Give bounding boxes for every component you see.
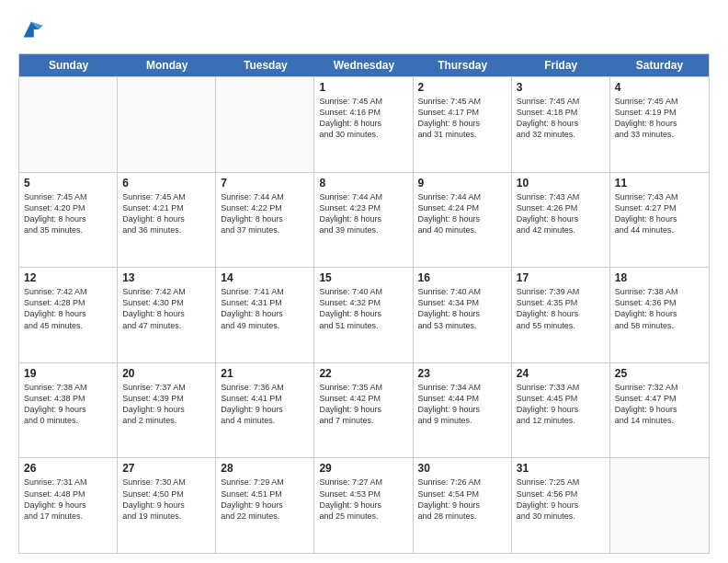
day-number: 7	[221, 177, 309, 190]
day-number: 18	[615, 271, 704, 284]
calendar-header: SundayMondayTuesdayWednesdayThursdayFrid…	[19, 54, 709, 76]
cell-info: Sunrise: 7:32 AM Sunset: 4:47 PM Dayligh…	[615, 382, 704, 427]
weekday-header: Saturday	[610, 54, 709, 76]
cell-info: Sunrise: 7:44 AM Sunset: 4:22 PM Dayligh…	[221, 191, 309, 236]
day-number: 31	[517, 462, 605, 475]
calendar-cell: 12Sunrise: 7:42 AM Sunset: 4:28 PM Dayli…	[19, 268, 118, 362]
calendar-cell: 22Sunrise: 7:35 AM Sunset: 4:42 PM Dayli…	[314, 363, 413, 458]
day-number: 4	[615, 81, 704, 94]
day-number: 13	[122, 271, 210, 284]
day-number: 10	[517, 177, 605, 190]
cell-info: Sunrise: 7:27 AM Sunset: 4:53 PM Dayligh…	[319, 477, 407, 522]
weekday-header: Sunday	[19, 54, 118, 76]
cell-info: Sunrise: 7:40 AM Sunset: 4:32 PM Dayligh…	[319, 286, 407, 331]
day-number: 30	[418, 462, 506, 475]
day-number: 23	[418, 367, 506, 380]
cell-info: Sunrise: 7:35 AM Sunset: 4:42 PM Dayligh…	[319, 382, 407, 427]
day-number: 6	[122, 177, 210, 190]
day-number: 28	[221, 462, 309, 475]
calendar-row: 26Sunrise: 7:31 AM Sunset: 4:48 PM Dayli…	[19, 457, 709, 553]
day-number: 5	[24, 177, 112, 190]
day-number: 12	[24, 271, 112, 284]
calendar-cell: 21Sunrise: 7:36 AM Sunset: 4:41 PM Dayli…	[216, 363, 314, 458]
calendar-row: 12Sunrise: 7:42 AM Sunset: 4:28 PM Dayli…	[19, 267, 709, 362]
calendar-body: 1Sunrise: 7:45 AM Sunset: 4:16 PM Daylig…	[19, 76, 709, 553]
day-number: 11	[615, 177, 704, 190]
calendar-cell: 10Sunrise: 7:43 AM Sunset: 4:26 PM Dayli…	[512, 173, 610, 268]
calendar-row: 1Sunrise: 7:45 AM Sunset: 4:16 PM Daylig…	[19, 76, 709, 172]
header	[18, 17, 710, 44]
day-number: 8	[319, 177, 407, 190]
cell-info: Sunrise: 7:31 AM Sunset: 4:48 PM Dayligh…	[24, 477, 112, 522]
cell-info: Sunrise: 7:45 AM Sunset: 4:16 PM Dayligh…	[319, 96, 407, 141]
calendar-cell: 30Sunrise: 7:26 AM Sunset: 4:54 PM Dayli…	[414, 458, 512, 553]
calendar-cell: 9Sunrise: 7:44 AM Sunset: 4:24 PM Daylig…	[414, 173, 512, 268]
calendar-cell: 16Sunrise: 7:40 AM Sunset: 4:34 PM Dayli…	[414, 268, 512, 362]
calendar-cell: 1Sunrise: 7:45 AM Sunset: 4:16 PM Daylig…	[314, 77, 413, 172]
logo-icon	[18, 17, 44, 42]
calendar-cell: 25Sunrise: 7:32 AM Sunset: 4:47 PM Dayli…	[610, 363, 709, 458]
cell-info: Sunrise: 7:44 AM Sunset: 4:24 PM Dayligh…	[418, 191, 506, 236]
weekday-header: Wednesday	[314, 54, 413, 76]
calendar-cell: 15Sunrise: 7:40 AM Sunset: 4:32 PM Dayli…	[314, 268, 413, 362]
logo	[18, 17, 44, 44]
calendar-cell: 14Sunrise: 7:41 AM Sunset: 4:31 PM Dayli…	[216, 268, 314, 362]
calendar-cell: 3Sunrise: 7:45 AM Sunset: 4:18 PM Daylig…	[512, 77, 610, 172]
weekday-header: Thursday	[414, 54, 512, 76]
day-number: 17	[517, 271, 605, 284]
calendar-cell: 31Sunrise: 7:25 AM Sunset: 4:56 PM Dayli…	[512, 458, 610, 553]
calendar-cell: 13Sunrise: 7:42 AM Sunset: 4:30 PM Dayli…	[118, 268, 216, 362]
calendar-cell	[118, 77, 216, 172]
cell-info: Sunrise: 7:36 AM Sunset: 4:41 PM Dayligh…	[221, 382, 309, 427]
cell-info: Sunrise: 7:44 AM Sunset: 4:23 PM Dayligh…	[319, 191, 407, 236]
calendar-cell: 6Sunrise: 7:45 AM Sunset: 4:21 PM Daylig…	[118, 173, 216, 268]
calendar-cell: 29Sunrise: 7:27 AM Sunset: 4:53 PM Dayli…	[314, 458, 413, 553]
calendar-cell: 8Sunrise: 7:44 AM Sunset: 4:23 PM Daylig…	[314, 173, 413, 268]
calendar-cell: 11Sunrise: 7:43 AM Sunset: 4:27 PM Dayli…	[610, 173, 709, 268]
calendar: SundayMondayTuesdayWednesdayThursdayFrid…	[18, 53, 710, 554]
day-number: 20	[122, 367, 210, 380]
calendar-cell: 18Sunrise: 7:38 AM Sunset: 4:36 PM Dayli…	[610, 268, 709, 362]
calendar-cell: 27Sunrise: 7:30 AM Sunset: 4:50 PM Dayli…	[118, 458, 216, 553]
cell-info: Sunrise: 7:34 AM Sunset: 4:44 PM Dayligh…	[418, 382, 506, 427]
calendar-cell: 17Sunrise: 7:39 AM Sunset: 4:35 PM Dayli…	[512, 268, 610, 362]
calendar-cell: 2Sunrise: 7:45 AM Sunset: 4:17 PM Daylig…	[414, 77, 512, 172]
day-number: 3	[517, 81, 605, 94]
cell-info: Sunrise: 7:45 AM Sunset: 4:20 PM Dayligh…	[24, 191, 112, 236]
calendar-cell: 19Sunrise: 7:38 AM Sunset: 4:38 PM Dayli…	[19, 363, 118, 458]
weekday-header: Monday	[118, 54, 216, 76]
day-number: 25	[615, 367, 704, 380]
weekday-header: Tuesday	[216, 54, 314, 76]
cell-info: Sunrise: 7:43 AM Sunset: 4:26 PM Dayligh…	[517, 191, 605, 236]
calendar-cell: 24Sunrise: 7:33 AM Sunset: 4:45 PM Dayli…	[512, 363, 610, 458]
day-number: 14	[221, 271, 309, 284]
cell-info: Sunrise: 7:30 AM Sunset: 4:50 PM Dayligh…	[122, 477, 210, 522]
calendar-cell: 28Sunrise: 7:29 AM Sunset: 4:51 PM Dayli…	[216, 458, 314, 553]
day-number: 16	[418, 271, 506, 284]
day-number: 26	[24, 462, 112, 475]
cell-info: Sunrise: 7:45 AM Sunset: 4:19 PM Dayligh…	[615, 96, 704, 141]
cell-info: Sunrise: 7:29 AM Sunset: 4:51 PM Dayligh…	[221, 477, 309, 522]
cell-info: Sunrise: 7:45 AM Sunset: 4:18 PM Dayligh…	[517, 96, 605, 141]
calendar-cell	[216, 77, 314, 172]
cell-info: Sunrise: 7:45 AM Sunset: 4:17 PM Dayligh…	[418, 96, 506, 141]
page: SundayMondayTuesdayWednesdayThursdayFrid…	[0, 0, 728, 563]
calendar-cell: 20Sunrise: 7:37 AM Sunset: 4:39 PM Dayli…	[118, 363, 216, 458]
day-number: 22	[319, 367, 407, 380]
cell-info: Sunrise: 7:43 AM Sunset: 4:27 PM Dayligh…	[615, 191, 704, 236]
calendar-row: 5Sunrise: 7:45 AM Sunset: 4:20 PM Daylig…	[19, 172, 709, 268]
cell-info: Sunrise: 7:42 AM Sunset: 4:28 PM Dayligh…	[24, 286, 112, 331]
cell-info: Sunrise: 7:38 AM Sunset: 4:36 PM Dayligh…	[615, 286, 704, 331]
day-number: 19	[24, 367, 112, 380]
cell-info: Sunrise: 7:25 AM Sunset: 4:56 PM Dayligh…	[517, 477, 605, 522]
cell-info: Sunrise: 7:37 AM Sunset: 4:39 PM Dayligh…	[122, 382, 210, 427]
cell-info: Sunrise: 7:38 AM Sunset: 4:38 PM Dayligh…	[24, 382, 112, 427]
calendar-cell: 7Sunrise: 7:44 AM Sunset: 4:22 PM Daylig…	[216, 173, 314, 268]
calendar-cell	[19, 77, 118, 172]
calendar-cell	[610, 458, 709, 553]
calendar-cell: 26Sunrise: 7:31 AM Sunset: 4:48 PM Dayli…	[19, 458, 118, 553]
cell-info: Sunrise: 7:41 AM Sunset: 4:31 PM Dayligh…	[221, 286, 309, 331]
day-number: 21	[221, 367, 309, 380]
calendar-row: 19Sunrise: 7:38 AM Sunset: 4:38 PM Dayli…	[19, 362, 709, 458]
day-number: 29	[319, 462, 407, 475]
